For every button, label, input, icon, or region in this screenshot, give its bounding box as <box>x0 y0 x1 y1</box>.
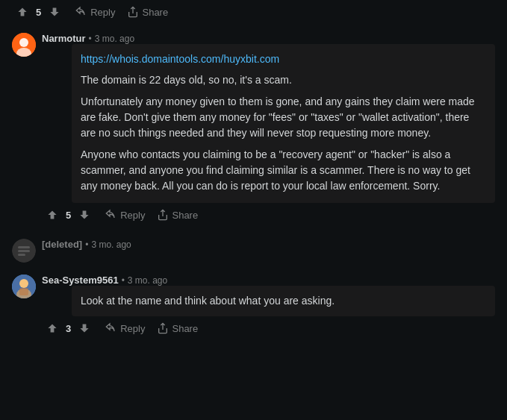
timestamp-narmotur: 3 mo. ago <box>95 34 134 44</box>
username-sea: Sea-System9561 <box>42 275 119 286</box>
sea-comment-text: Look at the name and think about what yo… <box>81 293 486 309</box>
top-share-button[interactable]: Share <box>122 3 172 21</box>
narmotur-share-button[interactable]: Share <box>152 206 202 224</box>
sea-action-bar: 3 Reply Share <box>42 316 495 340</box>
narmotur-reply-button[interactable]: Reply <box>101 206 149 224</box>
sea-share-button[interactable]: Share <box>152 319 202 337</box>
domain-link[interactable]: https://whois.domaintools.com/huyxbit.co… <box>81 53 486 65</box>
upvote-icon <box>46 209 58 221</box>
comment-para-3: Anyone who contacts you claiming to be a… <box>81 147 486 194</box>
share-icon <box>157 209 169 221</box>
username-deleted: [deleted] <box>42 239 82 250</box>
comment-body-narmotur: https://whois.domaintools.com/huyxbit.co… <box>72 44 495 203</box>
downvote-icon <box>49 6 60 18</box>
top-vote-count: 5 <box>36 7 41 18</box>
narmotur-upvote-button[interactable] <box>42 206 63 224</box>
reply-icon <box>105 322 117 334</box>
comment-narmotur-right: Narmotur • 3 mo. ago https://whois.domai… <box>42 33 495 227</box>
top-downvote-button[interactable] <box>44 3 65 21</box>
top-action-bar: 5 Reply Share <box>0 0 507 27</box>
comment-para-1: The domain is 22 days old, so no, it's a… <box>81 72 486 88</box>
deleted-avatar-img <box>12 239 36 263</box>
timestamp-deleted: 3 mo. ago <box>91 239 131 250</box>
comment-deleted-right: [deleted] • 3 mo. ago <box>42 239 495 250</box>
sea-vote-section: 3 <box>42 319 95 337</box>
sea-upvote-button[interactable] <box>42 319 63 337</box>
top-reply-button[interactable]: Reply <box>71 3 119 21</box>
sea-vote-count: 3 <box>66 323 71 334</box>
timestamp-sea: 3 mo. ago <box>128 275 167 286</box>
narmotur-downvote-button[interactable] <box>74 206 95 224</box>
narmotur-avatar-img <box>12 33 36 57</box>
comment-narmotur: Narmotur • 3 mo. ago https://whois.domai… <box>0 27 507 233</box>
sea-downvote-button[interactable] <box>74 319 95 337</box>
username-narmotur: Narmotur <box>42 33 86 44</box>
svg-rect-5 <box>18 250 30 252</box>
sea-avatar-img <box>12 275 36 298</box>
svg-rect-4 <box>18 246 30 248</box>
upvote-icon <box>16 6 28 18</box>
avatar-sea <box>12 275 36 298</box>
narmotur-vote-section: 5 <box>42 206 95 224</box>
reply-icon <box>75 6 87 18</box>
comment-body-sea: Look at the name and think about what yo… <box>72 286 495 316</box>
share-icon <box>127 6 139 18</box>
svg-rect-10 <box>19 288 28 295</box>
top-upvote-button[interactable] <box>12 3 33 21</box>
comment-deleted-meta: [deleted] • 3 mo. ago <box>42 239 495 250</box>
narmotur-vote-count: 5 <box>66 210 71 221</box>
svg-point-8 <box>19 279 28 288</box>
comment-sea-meta: Sea-System9561 • 3 mo. ago <box>42 275 495 286</box>
downvote-icon <box>78 322 90 334</box>
narmotur-action-bar: 5 Reply Share <box>42 203 495 227</box>
svg-rect-6 <box>18 254 25 256</box>
share-icon <box>157 322 169 334</box>
comment-para-2: Unfortunately any money given to them is… <box>81 94 486 141</box>
top-vote-section: 5 <box>12 3 65 21</box>
comment-deleted: [deleted] • 3 mo. ago <box>0 233 507 269</box>
comment-narmotur-meta: Narmotur • 3 mo. ago <box>42 33 495 44</box>
comment-sea-right: Sea-System9561 • 3 mo. ago Look at the n… <box>42 275 495 340</box>
downvote-icon <box>78 209 90 221</box>
svg-point-1 <box>19 38 28 47</box>
sea-reply-button[interactable]: Reply <box>101 319 149 337</box>
avatar-narmotur <box>12 33 36 57</box>
upvote-icon <box>46 322 58 334</box>
avatar-deleted <box>12 239 36 263</box>
reply-icon <box>105 209 117 221</box>
comment-sea: Sea-System9561 • 3 mo. ago Look at the n… <box>0 269 507 346</box>
